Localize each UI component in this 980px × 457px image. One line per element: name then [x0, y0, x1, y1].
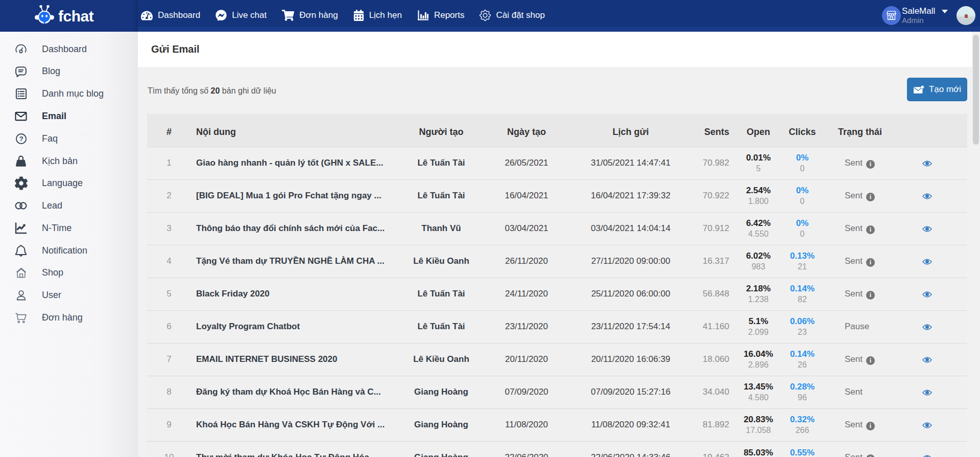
svg-text:?: ? [19, 135, 23, 143]
